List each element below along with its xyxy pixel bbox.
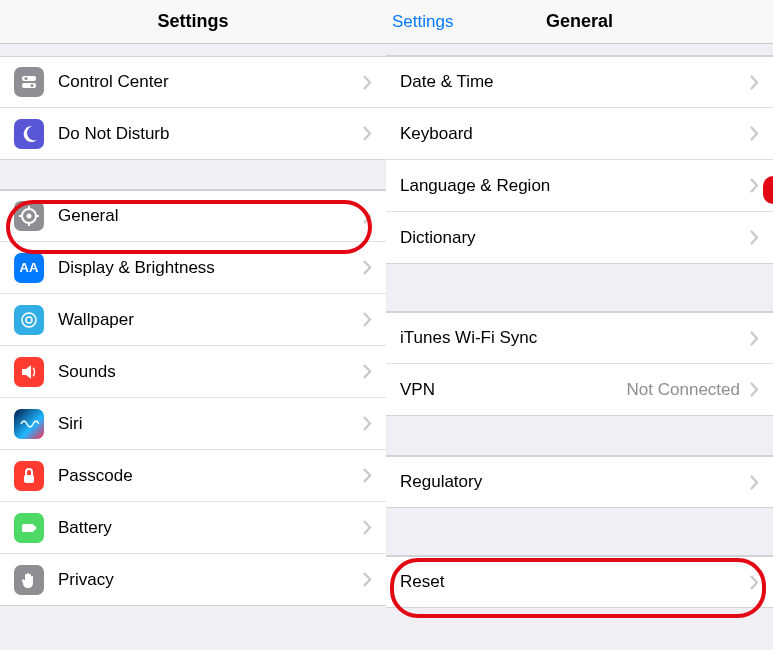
settings-row-battery[interactable]: Battery <box>0 502 386 554</box>
svg-point-5 <box>27 214 32 219</box>
row-label: Privacy <box>58 570 363 590</box>
svg-rect-12 <box>24 475 34 483</box>
chevron-right-icon <box>363 520 372 535</box>
row-label: Keyboard <box>400 124 750 144</box>
svg-point-11 <box>26 317 32 323</box>
chevron-right-icon <box>363 209 372 224</box>
row-label: Control Center <box>58 72 363 92</box>
chevron-right-icon <box>363 416 372 431</box>
settings-row-passcode[interactable]: Passcode <box>0 450 386 502</box>
svg-rect-13 <box>22 524 34 532</box>
chevron-right-icon <box>750 178 759 193</box>
chevron-right-icon <box>363 572 372 587</box>
row-label: Regulatory <box>400 472 750 492</box>
page-title: Settings <box>157 11 228 32</box>
row-label: Language & Region <box>400 176 750 196</box>
chevron-right-icon <box>363 312 372 327</box>
chevron-right-icon <box>750 75 759 90</box>
chevron-right-icon <box>363 126 372 141</box>
chevron-right-icon <box>363 75 372 90</box>
header: Settings General <box>386 0 773 44</box>
moon-icon <box>14 119 44 149</box>
settings-row-sounds[interactable]: Sounds <box>0 346 386 398</box>
svg-rect-0 <box>22 76 36 81</box>
row-label: Date & Time <box>400 72 750 92</box>
siri-icon <box>14 409 44 439</box>
row-label: Battery <box>58 518 363 538</box>
general-list: Date & Time Keyboard Language & Region D… <box>386 44 773 650</box>
back-label: Settings <box>392 12 453 32</box>
speaker-icon <box>14 357 44 387</box>
row-label: Dictionary <box>400 228 750 248</box>
chevron-right-icon <box>363 260 372 275</box>
control-center-icon <box>14 67 44 97</box>
general-row-date-time[interactable]: Date & Time <box>386 56 773 108</box>
display-icon: AA <box>14 253 44 283</box>
row-label: VPN <box>400 380 627 400</box>
hand-icon <box>14 565 44 595</box>
settings-row-control-center[interactable]: Control Center <box>0 56 386 108</box>
chevron-right-icon <box>750 382 759 397</box>
settings-row-privacy[interactable]: Privacy <box>0 554 386 606</box>
settings-row-general[interactable]: General <box>0 190 386 242</box>
lock-icon <box>14 461 44 491</box>
settings-main-screen: Settings Control Center Do Not Disturb <box>0 0 386 650</box>
gear-icon <box>14 201 44 231</box>
settings-row-wallpaper[interactable]: Wallpaper <box>0 294 386 346</box>
settings-row-siri[interactable]: Siri <box>0 398 386 450</box>
settings-row-do-not-disturb[interactable]: Do Not Disturb <box>0 108 386 160</box>
svg-point-3 <box>31 84 34 87</box>
back-button[interactable]: Settings <box>392 12 453 32</box>
page-title: General <box>546 11 613 32</box>
settings-row-display-brightness[interactable]: AA Display & Brightness <box>0 242 386 294</box>
row-detail: Not Connected <box>627 380 740 400</box>
general-row-language-region[interactable]: Language & Region <box>386 160 773 212</box>
chevron-right-icon <box>750 475 759 490</box>
chevron-right-icon <box>363 364 372 379</box>
row-label: Sounds <box>58 362 363 382</box>
battery-icon <box>14 513 44 543</box>
row-label: Do Not Disturb <box>58 124 363 144</box>
chevron-right-icon <box>750 230 759 245</box>
general-row-regulatory[interactable]: Regulatory <box>386 456 773 508</box>
svg-point-2 <box>25 77 28 80</box>
header: Settings <box>0 0 386 44</box>
row-label: General <box>58 206 363 226</box>
general-row-reset[interactable]: Reset <box>386 556 773 608</box>
svg-rect-1 <box>22 83 36 88</box>
chevron-right-icon <box>750 331 759 346</box>
general-row-itunes-wifi-sync[interactable]: iTunes Wi-Fi Sync <box>386 312 773 364</box>
general-row-vpn[interactable]: VPN Not Connected <box>386 364 773 416</box>
general-row-dictionary[interactable]: Dictionary <box>386 212 773 264</box>
chevron-right-icon <box>750 126 759 141</box>
wallpaper-icon <box>14 305 44 335</box>
svg-point-10 <box>22 313 36 327</box>
row-label: iTunes Wi-Fi Sync <box>400 328 750 348</box>
chevron-right-icon <box>363 468 372 483</box>
chevron-right-icon <box>750 575 759 590</box>
row-label: Reset <box>400 572 750 592</box>
row-label: Siri <box>58 414 363 434</box>
row-label: Display & Brightness <box>58 258 363 278</box>
settings-general-screen: Settings General Date & Time Keyboard La… <box>386 0 773 650</box>
general-row-keyboard[interactable]: Keyboard <box>386 108 773 160</box>
settings-list: Control Center Do Not Disturb General <box>0 44 386 650</box>
row-label: Wallpaper <box>58 310 363 330</box>
svg-rect-14 <box>34 526 36 530</box>
row-label: Passcode <box>58 466 363 486</box>
